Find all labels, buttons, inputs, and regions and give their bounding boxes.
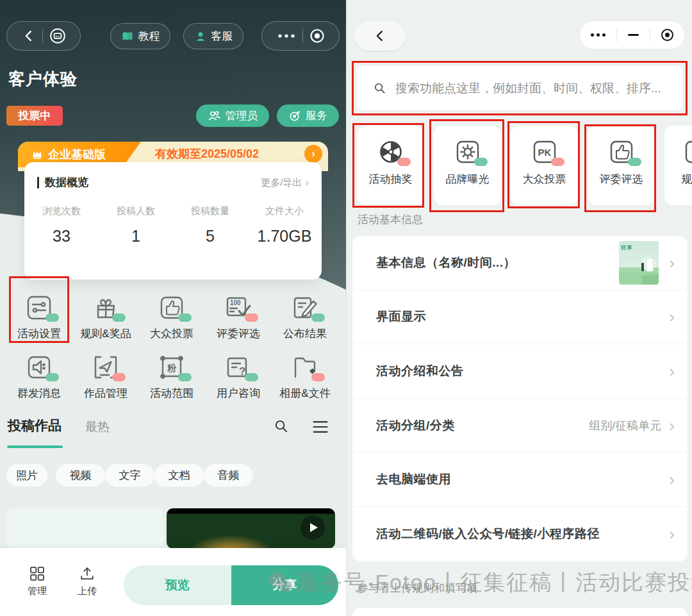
grid-item-activity-scope[interactable]: 粉 活动范围: [138, 352, 205, 401]
row-intro-announcement[interactable]: 活动介绍和公告 ›: [352, 344, 688, 399]
tab-hottest[interactable]: 最热: [85, 419, 110, 435]
overview-title: 数据概览: [37, 177, 88, 188]
record-circle-icon[interactable]: [661, 29, 673, 41]
grid-item-user-inquiry[interactable]: ? 用户咨询: [205, 352, 272, 401]
minimize-icon[interactable]: [628, 34, 639, 36]
window-controls-capsule: [579, 21, 685, 49]
work-thumbnail-photo[interactable]: [6, 508, 163, 549]
row-use-on-pc[interactable]: 去电脑端使用 ›: [352, 453, 688, 507]
more-dots-icon[interactable]: [591, 33, 606, 37]
annotation-box-search: [352, 61, 688, 115]
bottom-toolbar: 管理 上传 预览 分享: [0, 548, 346, 616]
upload-label: 上传: [78, 585, 97, 597]
record-circle-icon[interactable]: [309, 28, 325, 44]
crown-icon: [31, 148, 44, 161]
support-label: 客服: [211, 29, 233, 44]
selection-frame-icon: 粉: [156, 352, 187, 383]
preview-button[interactable]: 预览: [124, 565, 231, 605]
stats-row: 浏览次数 33 投稿人数 1 投稿数量 5 文件大小 1.70GB: [24, 205, 322, 246]
service-button[interactable]: 服务: [277, 104, 339, 127]
app-screen: 教程 客服 客户体验 投票中: [0, 0, 692, 616]
stat-filesize: 文件大小 1.70GB: [247, 205, 322, 246]
chevron-right-icon: ›: [669, 308, 675, 325]
annotation-box-activity-settings: [9, 276, 69, 343]
grid-item-broadcast[interactable]: 群发消息: [6, 352, 72, 401]
target-icon: [288, 110, 301, 122]
tutorial-button[interactable]: 教程: [110, 23, 170, 49]
grid-item-public-vote[interactable]: 大众投票: [138, 292, 205, 341]
capsule-divider: [302, 29, 303, 43]
annotation-box-judge-review: [584, 124, 656, 212]
back-button[interactable]: [354, 21, 406, 51]
admins-icon: [208, 109, 221, 122]
activity-settings-panel: 活动抽奖 品牌曝光 PK: [346, 0, 692, 616]
chevron-right-icon: ›: [669, 417, 675, 434]
menu-icon[interactable]: [310, 419, 331, 435]
service-label: 服务: [306, 108, 327, 123]
section-upload-rules-label: 参与者上传规则和填写项: [358, 581, 477, 595]
work-thumbnail-video[interactable]: [167, 508, 335, 549]
annotation-box-public-vote: [507, 121, 580, 208]
cover-thumbnail: 狂享: [619, 241, 659, 285]
admin-label: 管理员: [226, 108, 258, 123]
grouping-value: 组别/征稿单元: [589, 418, 661, 433]
row-grouping[interactable]: 活动分组/分类 组别/征稿单元 ›: [352, 399, 688, 453]
row-interface-display[interactable]: 界面显示 ›: [352, 290, 688, 345]
share-button[interactable]: 分享: [231, 565, 339, 605]
row-qrcode-links[interactable]: 活动二维码/嵌入公众号/链接/小程序路径 ›: [352, 507, 688, 562]
book-icon: [121, 30, 134, 43]
back-home-capsule[interactable]: [6, 21, 81, 51]
chevron-right-icon: ›: [669, 471, 675, 488]
data-overview-card: 数据概览 更多/导出 › 浏览次数 33 投稿人数 1 投稿数量 5: [24, 162, 322, 279]
more-export-link[interactable]: 更多/导出 ›: [261, 176, 309, 189]
rules-icon: [681, 137, 692, 167]
section-basic-info-label: 活动基本信息: [358, 212, 423, 227]
chevron-right-icon: ›: [305, 176, 309, 189]
filter-text[interactable]: 文字: [105, 464, 154, 487]
annotation-box-brand-exposure: [429, 119, 504, 212]
manage-label: 管理: [28, 585, 47, 597]
search-icon[interactable]: [272, 417, 291, 436]
filter-videos[interactable]: 视频: [56, 464, 105, 487]
filter-docs[interactable]: 文档: [154, 464, 204, 487]
pencil-sheet-icon: [290, 292, 320, 323]
grid-item-judge-review[interactable]: 100 评委评选: [205, 292, 272, 341]
grid-icon: [28, 565, 46, 583]
folder-icon: [290, 352, 320, 383]
support-button[interactable]: 客服: [183, 23, 243, 49]
speaker-icon: [24, 352, 54, 383]
next-card-partial: [352, 608, 688, 616]
tab-submitted-works[interactable]: 投稿作品: [8, 417, 62, 435]
stat-contributors: 投稿人数 1: [99, 205, 173, 246]
plan-name: 企业基础版: [48, 147, 106, 162]
filter-photos[interactable]: 照片: [6, 464, 47, 487]
grid-item-works-manage[interactable]: 作品管理: [72, 352, 139, 401]
plan-arrow-icon[interactable]: ›: [304, 145, 322, 163]
grid-item-publish-results[interactable]: 公布结果: [272, 292, 338, 341]
settings-list-card: 基本信息（名称/时间...） 狂享 › 界面显示 › 活动介绍和公告 › 活动分…: [352, 236, 688, 562]
upload-icon: [78, 565, 96, 583]
filter-audio[interactable]: 音频: [204, 464, 253, 487]
score-100-icon: 100: [223, 292, 254, 323]
upload-button[interactable]: 上传: [68, 565, 106, 597]
svg-text:粉: 粉: [167, 363, 177, 373]
chevron-right-icon: ›: [669, 526, 675, 542]
miniapp-home-icon[interactable]: [49, 28, 66, 44]
paper-plane-icon: [90, 352, 121, 383]
thumb-up-icon: [156, 292, 187, 323]
svg-text:100: 100: [230, 299, 241, 306]
back-icon[interactable]: [22, 29, 36, 43]
tab-active-underline: [7, 445, 63, 448]
annotation-box-lucky-draw: [352, 123, 424, 208]
row-basic-info[interactable]: 基本信息（名称/时间...） 狂享 ›: [352, 236, 688, 290]
play-icon[interactable]: [301, 515, 325, 540]
gift-icon: [90, 292, 121, 323]
grid-item-rules-prizes[interactable]: 规则&奖品: [72, 292, 139, 341]
admin-button[interactable]: 管理员: [196, 104, 269, 127]
grid-item-album-files[interactable]: 相册&文件: [272, 352, 338, 401]
manage-button[interactable]: 管理: [18, 565, 56, 597]
card-rules-partial[interactable]: 规: [664, 126, 692, 205]
preview-share-group: 预览 分享: [124, 565, 338, 605]
more-dots-icon[interactable]: [277, 33, 296, 39]
wechat-capsule: [261, 21, 340, 51]
